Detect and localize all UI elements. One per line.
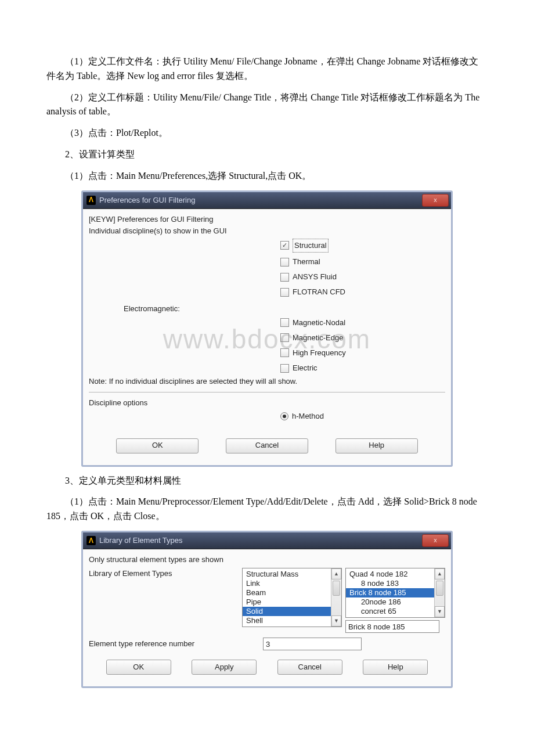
paragraph-4: 2、设置计算类型 (46, 147, 488, 162)
paragraph-3: （3）点击：Plot/Replot。 (46, 126, 488, 141)
help-button[interactable]: Help (363, 660, 428, 675)
library-label: Library of Element Types (89, 568, 242, 579)
divider (89, 392, 445, 393)
checkbox-icon (280, 258, 289, 267)
list-item[interactable]: Shell (243, 616, 341, 625)
checkbox-flotran-cfd[interactable]: FLOTRAN CFD (280, 286, 445, 298)
preferences-titlebar: Λ Preferences for GUI Filtering x (83, 192, 451, 209)
scrollbar[interactable]: ▲ ▼ (331, 568, 341, 627)
scroll-thumb[interactable] (333, 581, 340, 596)
checkbox-electric[interactable]: Electric (280, 362, 445, 374)
electromagnetic-label: Electromagnetic: (124, 303, 445, 315)
checkbox-high-frequency[interactable]: High Frequency (280, 347, 445, 359)
thermal-label: Thermal (293, 256, 320, 268)
magnetic-nodal-label: Magnetic-Nodal (293, 317, 345, 329)
paragraph-5: （1）点击：Main Menu/Preferences,选择 Structura… (46, 169, 488, 183)
individual-discipline-label: Individual discipline(s) to show in the … (89, 225, 445, 237)
help-button[interactable]: Help (335, 438, 418, 453)
ansys-logo-icon: Λ (86, 196, 96, 205)
list-item-selected[interactable]: Solid (243, 607, 341, 616)
ansys-fluid-label: ANSYS Fluid (293, 271, 337, 283)
flotran-cfd-label: FLOTRAN CFD (293, 286, 345, 298)
radio-icon (280, 412, 288, 420)
element-types-titlebar: Λ Library of Element Types x (83, 532, 451, 549)
checkbox-ansys-fluid[interactable]: ANSYS Fluid (280, 271, 445, 283)
checkbox-icon (280, 364, 289, 373)
only-structural-label: Only structural element types are shown (89, 554, 445, 566)
checkbox-icon (280, 273, 289, 282)
magnetic-edge-label: Magnetic-Edge (293, 332, 343, 344)
paragraph-6: 3、定义单元类型和材料属性 (46, 474, 488, 488)
high-frequency-label: High Frequency (293, 347, 346, 359)
list-item[interactable]: Link (243, 579, 341, 588)
close-button[interactable]: x (422, 534, 449, 547)
element-types-title: Library of Element Types (99, 535, 183, 546)
selected-element-field[interactable]: Brick 8 node 185 (345, 620, 439, 633)
list-item[interactable]: 20node 186 (346, 597, 445, 607)
scroll-down-icon[interactable]: ▼ (435, 606, 445, 617)
list-item[interactable]: Beam (243, 588, 341, 597)
cancel-button[interactable]: Cancel (226, 438, 308, 453)
checkbox-magnetic-edge[interactable]: Magnetic-Edge (280, 332, 445, 344)
element-types-dialog: Λ Library of Element Types x Only struct… (81, 531, 453, 688)
list-item[interactable]: concret 65 (346, 607, 445, 616)
checkbox-magnetic-nodal[interactable]: Magnetic-Nodal (280, 317, 445, 329)
checkbox-icon (280, 333, 289, 342)
close-button[interactable]: x (422, 194, 449, 207)
checkbox-icon (280, 318, 289, 327)
electric-label: Electric (293, 362, 317, 374)
structural-label: Structural (293, 239, 329, 253)
ok-button[interactable]: OK (106, 660, 171, 675)
discipline-options-label: Discipline options (89, 397, 445, 409)
keyw-label: [KEYW] Preferences for GUI Filtering (89, 214, 445, 225)
list-item[interactable]: Pipe (243, 597, 341, 607)
checkbox-icon (280, 288, 289, 297)
preferences-title: Preferences for GUI Filtering (99, 195, 195, 206)
ok-button[interactable]: OK (116, 438, 199, 453)
scroll-up-icon[interactable]: ▲ (331, 568, 341, 579)
paragraph-2: （2）定义工作标题：Utility Menu/File/ Change Titl… (46, 91, 488, 120)
paragraph-7: （1）点击：Main Menu/Preprocessor/Element Typ… (46, 495, 488, 524)
ref-number-label: Element type reference number (89, 638, 263, 650)
list-item-selected[interactable]: Brick 8 node 185 (346, 588, 445, 597)
apply-button[interactable]: Apply (192, 660, 257, 675)
scroll-down-icon[interactable]: ▼ (331, 615, 341, 627)
paragraph-1: （1）定义工作文件名：执行 Utility Menu/ File/Change … (46, 55, 488, 84)
checkbox-icon (280, 241, 289, 250)
list-item[interactable]: Quad 4 node 182 (346, 570, 445, 579)
list-item[interactable]: 8 node 183 (346, 579, 445, 588)
checkbox-icon (280, 348, 289, 357)
preferences-dialog: Λ Preferences for GUI Filtering x [KEYW]… (81, 190, 453, 467)
checkbox-thermal[interactable]: Thermal (280, 256, 445, 268)
cancel-button[interactable]: Cancel (277, 660, 342, 675)
h-method-label: h-Method (292, 411, 324, 422)
scrollbar[interactable]: ▲ ▼ (434, 568, 445, 617)
ansys-logo-icon: Λ (86, 536, 96, 545)
note-label: Note: If no individual disciplines are s… (89, 376, 445, 387)
scroll-thumb[interactable] (436, 581, 443, 596)
scroll-up-icon[interactable]: ▲ (435, 568, 445, 579)
ref-number-input[interactable]: 3 (263, 638, 362, 650)
list-item[interactable]: Structural Mass (243, 570, 341, 579)
checkbox-structural[interactable]: Structural (280, 239, 445, 253)
element-type-list[interactable]: Quad 4 node 182 8 node 183 Brick 8 node … (345, 568, 445, 618)
radio-h-method[interactable]: h-Method (280, 411, 324, 422)
element-category-list[interactable]: Structural Mass Link Beam Pipe Solid She… (242, 568, 342, 627)
